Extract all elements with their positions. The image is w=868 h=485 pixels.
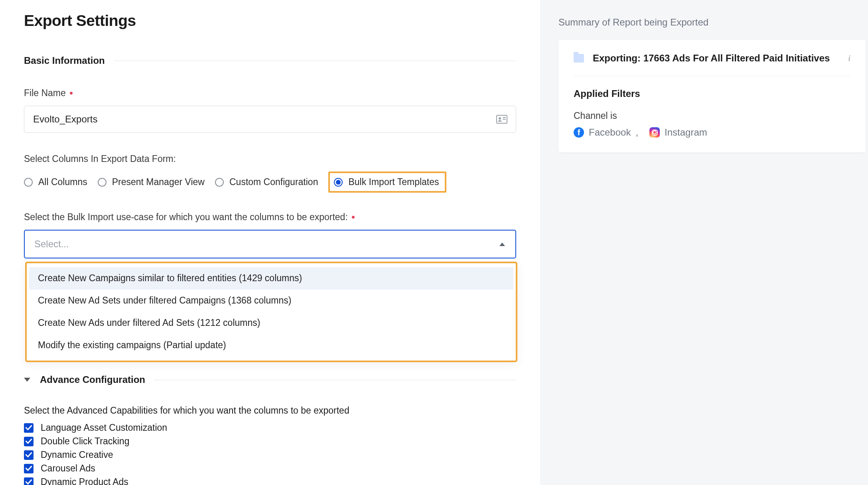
checkbox-carousel-ads[interactable] — [24, 464, 34, 473]
summary-head-text: Exporting: 17663 Ads For All Filtered Pa… — [593, 53, 839, 64]
radio-present-manager-view[interactable]: Present Manager View — [98, 177, 205, 187]
basic-info-label: Basic Information — [24, 55, 105, 66]
select-columns-label: Select Columns In Export Data Form: — [24, 154, 516, 164]
required-indicator-icon — [70, 92, 73, 95]
page-title: Export Settings — [24, 12, 516, 30]
folder-icon — [574, 54, 584, 63]
checkbox-label: Double Click Tracking — [41, 436, 129, 447]
channel-facebook: Facebook — [589, 127, 631, 138]
checkbox-label: Dynamic Creative — [41, 450, 113, 460]
info-icon[interactable]: i — [848, 53, 850, 63]
file-name-label: File Name — [24, 88, 516, 99]
columns-radio-group: All Columns Present Manager View Custom … — [24, 172, 516, 193]
summary-card: Exporting: 17663 Ads For All Filtered Pa… — [558, 40, 866, 152]
basic-info-section-header: Basic Information — [24, 55, 516, 66]
svg-point-1 — [499, 117, 501, 120]
svg-rect-2 — [503, 117, 506, 118]
contact-card-icon — [496, 115, 507, 124]
divider — [114, 61, 516, 61]
radio-bulk-import-highlight: Bulk Import Templates — [328, 172, 446, 193]
applied-filters-label: Applied Filters — [574, 88, 850, 99]
chevron-up-icon — [499, 242, 505, 246]
usecase-dropdown: Create New Campaigns similar to filtered… — [25, 262, 517, 362]
svg-rect-3 — [503, 119, 506, 120]
usecase-option-create-campaigns[interactable]: Create New Campaigns similar to filtered… — [29, 267, 513, 290]
instagram-icon — [649, 127, 660, 138]
comma: , — [635, 127, 638, 138]
radio-bulk-import-templates[interactable]: Bulk Import Templates — [334, 177, 439, 187]
summary-title: Summary of Report being Exported — [558, 17, 868, 28]
advance-config-section-header: Advance Configuration — [24, 374, 516, 385]
checkbox-label: Dynamic Product Ads — [41, 477, 128, 485]
file-name-input[interactable] — [24, 106, 516, 133]
facebook-icon: f — [574, 127, 584, 138]
radio-all-columns[interactable]: All Columns — [24, 177, 87, 187]
checkbox-dynamic-product-ads[interactable] — [24, 477, 34, 485]
usecase-option-create-adsets[interactable]: Create New Ad Sets under filtered Campai… — [29, 290, 513, 312]
radio-icon — [24, 178, 33, 187]
section-caret-icon[interactable] — [24, 378, 30, 382]
advanced-instruction: Select the Advanced Capabilities for whi… — [24, 405, 516, 416]
checkbox-double-click[interactable] — [24, 437, 34, 446]
select-placeholder: Select... — [34, 239, 499, 250]
usecase-option-modify-campaigns[interactable]: Modify the existing campaigns (Partial u… — [29, 334, 513, 357]
radio-icon — [215, 178, 224, 187]
checkbox-dynamic-creative[interactable] — [24, 450, 34, 460]
advance-config-label: Advance Configuration — [40, 374, 145, 385]
usecase-label: Select the Bulk Import use-case for whic… — [24, 212, 516, 223]
required-indicator-icon — [352, 216, 355, 219]
filter-channel-is: Channel is — [574, 110, 850, 121]
checkbox-language-asset[interactable] — [24, 423, 34, 433]
checkbox-label: Carousel Ads — [41, 463, 95, 474]
divider — [154, 380, 516, 380]
checkbox-label: Language Asset Customization — [41, 422, 167, 433]
radio-custom-configuration[interactable]: Custom Configuration — [215, 177, 318, 187]
channel-instagram: Instagram — [665, 127, 707, 138]
radio-icon — [98, 178, 107, 187]
radio-selected-icon — [334, 178, 343, 187]
usecase-select[interactable]: Select... — [24, 230, 516, 258]
usecase-option-create-ads[interactable]: Create New Ads under filtered Ad Sets (1… — [29, 312, 513, 334]
